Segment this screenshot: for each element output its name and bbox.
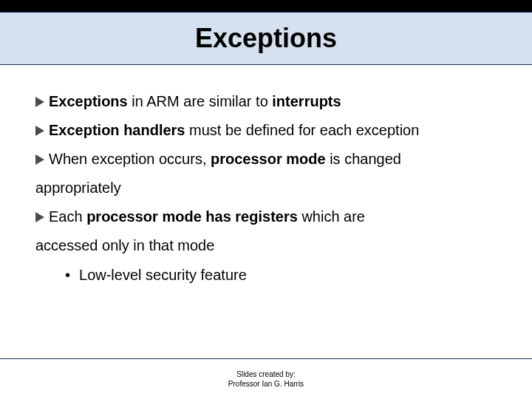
bullet-text: processor mode [211,151,326,167]
bullet-text: appropriately [35,180,121,196]
bullet-text: interrupts [272,93,341,109]
arrow-icon [35,154,44,165]
footer: Slides created by: Professor Ian G. Harr… [0,369,532,389]
bullet-text: processor mode has registers [86,208,298,225]
bullet-item-4: Each processor mode has registers which … [35,202,497,231]
bullet-item-2: Exception handlers must be defined for e… [35,116,497,145]
bullet-item-4-cont: accessed only in that mode [35,231,497,260]
bullet-text: is changed [326,151,401,167]
arrow-icon [35,97,44,107]
bullet-text: Exceptions [49,93,128,109]
bullet-item-3-cont: appropriately [35,174,497,202]
dot-icon: • [65,260,70,290]
bullet-item-1: Exceptions in ARM are similar to interru… [35,87,497,116]
bullet-text: Low-level security feature [79,267,247,283]
arrow-icon [35,212,44,222]
arrow-icon [35,126,44,136]
sub-bullet-item-1: •Low-level security feature [35,260,497,290]
slide: Exceptions Exceptions in ARM are similar… [0,0,532,399]
title-band: Exceptions [0,12,532,65]
slide-title: Exceptions [195,23,337,54]
bullet-text: must be defined for each exception [185,122,420,138]
footer-divider [0,358,532,359]
bullet-text: in ARM are similar to [128,93,273,109]
top-black-bar [0,0,532,12]
bullet-text: which are [298,208,365,225]
bullet-item-3: When exception occurs, processor mode is… [35,145,497,174]
footer-line-1: Slides created by: [0,369,532,379]
content-area: Exceptions in ARM are similar to interru… [0,65,532,290]
bullet-text: When exception occurs, [49,151,211,167]
bullet-text: Exception handlers [49,122,185,138]
bullet-text: Each [49,208,86,225]
footer-line-2: Professor Ian G. Harris [0,379,532,389]
bullet-text: accessed only in that mode [35,237,214,253]
